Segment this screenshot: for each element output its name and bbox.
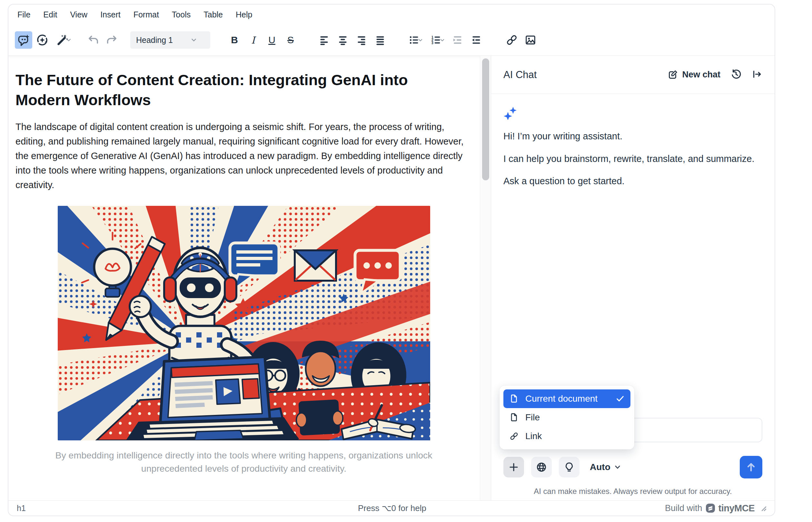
link-icon: [509, 431, 519, 441]
assistant-message: I can help you brainstorm, rewrite, tran…: [503, 152, 762, 166]
menu-item-link[interactable]: Link: [503, 427, 630, 445]
align-right-icon: [355, 34, 368, 46]
editor-scrollbar: [480, 56, 491, 500]
lightbulb-icon: [564, 462, 575, 473]
heading-style-value: Heading 1: [136, 36, 173, 45]
close-sidebar-button[interactable]: [751, 69, 762, 81]
document-figure[interactable]: [58, 206, 430, 440]
menu-tools[interactable]: Tools: [172, 10, 191, 19]
editor-canvas[interactable]: The Future of Content Creation: Integrat…: [8, 56, 480, 500]
menu-item-current-document[interactable]: Current document: [503, 389, 630, 408]
align-center-button[interactable]: [334, 31, 352, 49]
bold-glyph: B: [231, 35, 238, 45]
menu-help[interactable]: Help: [236, 10, 252, 19]
new-chat-button[interactable]: New chat: [667, 69, 721, 80]
plus-icon: [508, 462, 519, 472]
strikethrough-glyph: S: [287, 35, 294, 45]
bold-button[interactable]: B: [226, 31, 243, 49]
insert-link-button[interactable]: [503, 31, 520, 49]
help-shortcut-text: Press ⌥0 for help: [358, 503, 426, 513]
heading-style-select[interactable]: Heading 1: [130, 31, 210, 49]
menu-view[interactable]: View: [70, 10, 87, 19]
align-center-icon: [337, 34, 349, 46]
menu-file[interactable]: File: [17, 10, 30, 19]
assistant-sparkles-icon: [503, 105, 762, 121]
file-icon: [509, 413, 519, 422]
collapse-right-icon: [751, 69, 762, 80]
chat-messages: Hi! I’m your writing assistant. I can he…: [491, 94, 775, 418]
image-caption[interactable]: By embedding intelligence directly into …: [24, 449, 463, 476]
document-heading[interactable]: The Future of Content Creation: Integrat…: [16, 70, 464, 110]
italic-button[interactable]: I: [245, 31, 262, 49]
align-left-button[interactable]: [315, 31, 333, 49]
document-paragraph[interactable]: The landscape of digital content creatio…: [16, 120, 472, 192]
branding-name[interactable]: tinyMCE: [719, 503, 755, 514]
ai-shortcuts-button[interactable]: [52, 31, 75, 49]
link-icon: [506, 34, 518, 46]
chevron-down-icon: [440, 38, 445, 43]
redo-icon: [106, 34, 118, 46]
menu-item-file[interactable]: File: [503, 408, 630, 427]
underline-glyph: U: [268, 35, 275, 45]
outdent-button[interactable]: [449, 31, 466, 49]
add-context-button[interactable]: [503, 457, 524, 478]
resize-handle-icon[interactable]: [759, 504, 768, 512]
italic-glyph: I: [251, 35, 255, 46]
element-path[interactable]: h1: [17, 504, 358, 513]
document-illustration[interactable]: [58, 206, 430, 440]
suggestions-button[interactable]: [559, 457, 580, 478]
numbered-list-button[interactable]: 1 2 3: [427, 31, 447, 49]
undo-button[interactable]: [84, 31, 102, 49]
strikethrough-button[interactable]: S: [282, 31, 299, 49]
redo-button[interactable]: [103, 31, 121, 49]
ai-chat-icon: [17, 34, 30, 46]
assistant-message: Ask a question to get started.: [503, 174, 762, 188]
menu-bar: File Edit View Insert Format Tools Table…: [8, 4, 775, 24]
menu-item-label: Current document: [525, 394, 598, 404]
tinymce-logo-icon: [706, 503, 715, 513]
insert-image-button[interactable]: [522, 31, 539, 49]
branding-prefix: Build with: [665, 503, 702, 513]
chevron-down-icon: [191, 37, 197, 43]
undo-icon: [87, 34, 99, 46]
document-icon: [509, 394, 519, 404]
indent-icon: [470, 34, 482, 46]
chevron-down-icon: [66, 37, 71, 43]
menu-edit[interactable]: Edit: [43, 10, 57, 19]
justify-icon: [374, 34, 386, 46]
indent-button[interactable]: [467, 31, 485, 49]
model-selector-value: Auto: [590, 462, 610, 472]
assistant-message: Hi! I’m your writing assistant.: [503, 129, 762, 144]
menu-item-label: Link: [525, 431, 542, 441]
send-button[interactable]: [740, 456, 762, 479]
menu-item-label: File: [525, 412, 540, 423]
underline-button[interactable]: U: [263, 31, 280, 49]
history-icon: [730, 68, 742, 80]
ai-review-icon: [36, 34, 48, 46]
menu-insert[interactable]: Insert: [100, 10, 121, 19]
justify-button[interactable]: [372, 31, 389, 49]
menu-table[interactable]: Table: [204, 10, 223, 19]
chevron-down-icon: [418, 38, 423, 43]
new-chat-label: New chat: [682, 70, 721, 80]
menu-format[interactable]: Format: [133, 10, 159, 19]
check-icon: [616, 394, 625, 403]
compose-icon: [667, 69, 678, 80]
scrollbar-thumb[interactable]: [482, 58, 489, 180]
ai-review-button[interactable]: [34, 31, 51, 49]
align-right-button[interactable]: [353, 31, 370, 49]
bullet-list-button[interactable]: [405, 31, 426, 49]
web-search-button[interactable]: [531, 457, 552, 478]
send-arrow-icon: [745, 461, 757, 473]
ai-disclaimer: AI can make mistakes. Always review outp…: [503, 487, 762, 496]
outdent-icon: [452, 34, 464, 46]
image-icon: [524, 34, 537, 46]
model-selector[interactable]: Auto: [590, 462, 621, 472]
ai-chat-button[interactable]: [15, 31, 32, 49]
chat-composer: Current document File: [491, 418, 775, 500]
chat-header: AI Chat New chat: [491, 56, 775, 94]
status-bar: h1 Press ⌥0 for help Build with tinyMCE: [8, 500, 775, 516]
chat-history-button[interactable]: [730, 68, 742, 81]
align-left-icon: [318, 34, 330, 46]
svg-text:3: 3: [432, 41, 433, 45]
